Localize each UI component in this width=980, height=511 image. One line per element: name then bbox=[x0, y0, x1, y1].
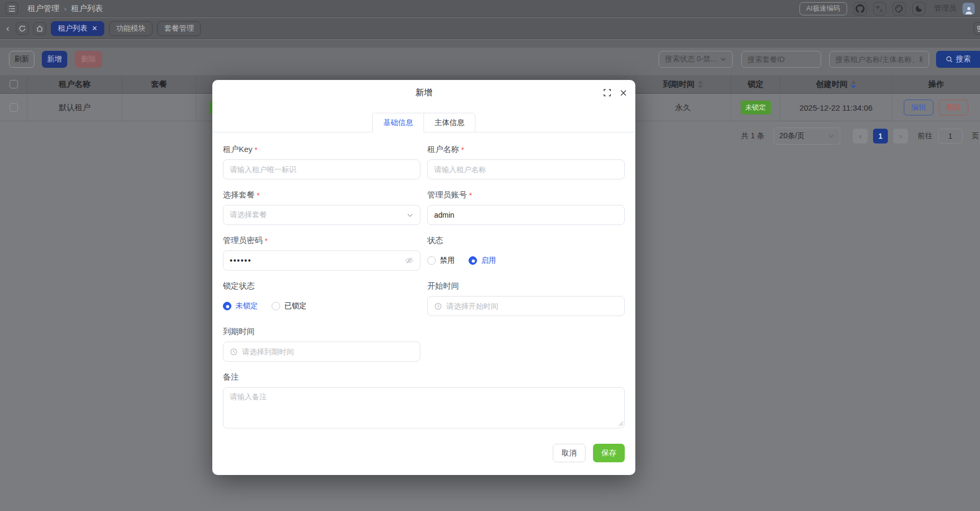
remark-textarea[interactable] bbox=[223, 387, 625, 428]
radio-status-enabled[interactable]: 启用 bbox=[469, 256, 496, 265]
goto-unit: 页 bbox=[972, 131, 979, 141]
top-navbar: 租户管理 › 租户列表 AI极速编码 中A 管理员 bbox=[0, 0, 980, 17]
clock-icon bbox=[230, 348, 238, 356]
expire-time-picker[interactable] bbox=[223, 342, 420, 362]
breadcrumb-section[interactable]: 租户管理 bbox=[28, 4, 59, 14]
header-created-time[interactable]: 创建时间 bbox=[780, 75, 892, 93]
tab-close-icon[interactable]: ✕ bbox=[92, 25, 97, 32]
radio-circle-icon bbox=[223, 302, 231, 310]
modal-body: 租户Key* 租户名称* 选择套餐* 请选择套餐 管理员账号* bbox=[212, 132, 635, 428]
field-tenant-name: 租户名称* bbox=[427, 145, 625, 180]
current-page[interactable]: 1 bbox=[873, 129, 888, 144]
resize-handle-icon[interactable] bbox=[618, 421, 624, 426]
modal-title: 新增 bbox=[416, 87, 433, 98]
row-checkbox[interactable] bbox=[10, 103, 18, 112]
start-time-picker[interactable] bbox=[427, 296, 625, 316]
ai-coding-button[interactable]: AI极速编码 bbox=[799, 2, 847, 15]
radio-unlocked[interactable]: 未锁定 bbox=[223, 301, 258, 311]
sort-icons-active[interactable] bbox=[851, 80, 856, 88]
search-button[interactable]: 搜索 bbox=[936, 51, 980, 68]
tab-package-management[interactable]: 套餐管理 bbox=[157, 21, 201, 36]
header-actions: 操作 bbox=[892, 75, 980, 93]
goto-label: 前往 bbox=[918, 131, 932, 141]
svg-text:A: A bbox=[880, 7, 883, 13]
required-mark: * bbox=[461, 146, 464, 154]
add-button[interactable]: 新增 bbox=[42, 51, 67, 68]
admin-account-input[interactable] bbox=[434, 211, 618, 219]
chevron-down-icon bbox=[720, 56, 726, 62]
radio-status-disabled[interactable]: 禁用 bbox=[427, 256, 455, 265]
header-expire-time[interactable]: 到期时间 bbox=[635, 75, 731, 93]
tab-basic-info[interactable]: 基础信息 bbox=[372, 113, 424, 132]
admin-username[interactable]: 管理员 bbox=[934, 4, 956, 13]
expire-time-input[interactable] bbox=[242, 347, 413, 356]
start-time-input[interactable] bbox=[446, 302, 618, 310]
content-gap bbox=[0, 40, 980, 48]
home-icon[interactable] bbox=[33, 22, 46, 35]
cancel-button[interactable]: 取消 bbox=[553, 444, 586, 462]
header-package[interactable]: 套餐 bbox=[122, 75, 196, 93]
tab-feature-modules[interactable]: 功能模块 bbox=[109, 21, 152, 36]
field-tenant-key: 租户Key* bbox=[223, 145, 420, 180]
select-all-checkbox[interactable] bbox=[10, 80, 18, 88]
field-expire-time: 到期时间 bbox=[223, 327, 420, 362]
theme-palette-icon[interactable] bbox=[893, 2, 906, 15]
github-icon[interactable] bbox=[853, 2, 867, 15]
tab-scroll-left-icon[interactable]: ‹ bbox=[4, 24, 11, 33]
close-icon[interactable] bbox=[618, 88, 628, 97]
tab-tenant-list[interactable]: 租户列表 ✕ bbox=[51, 21, 104, 36]
save-button[interactable]: 保存 bbox=[593, 444, 625, 462]
language-switch-icon[interactable]: 中A bbox=[873, 2, 886, 15]
field-start-time: 开始时间 bbox=[427, 281, 625, 316]
tab-subject-info[interactable]: 主体信息 bbox=[424, 113, 475, 132]
tab-label: 功能模块 bbox=[116, 24, 146, 33]
cell-tenant-name: 默认租户 bbox=[28, 94, 122, 121]
field-lock-status: 锁定状态 未锁定 已锁定 bbox=[223, 281, 420, 316]
admin-password-input[interactable] bbox=[230, 256, 401, 265]
package-select[interactable]: 请选择套餐 bbox=[223, 205, 420, 225]
radio-locked[interactable]: 已锁定 bbox=[272, 301, 307, 311]
tenant-name-input[interactable] bbox=[434, 165, 618, 174]
tab-label: 套餐管理 bbox=[164, 24, 194, 33]
prev-page-button[interactable]: ‹ bbox=[853, 129, 868, 144]
search-tenant-input[interactable] bbox=[835, 55, 923, 64]
required-mark: * bbox=[469, 191, 472, 200]
table-toolbar: 刷新 新增 删除 搜索状态 0-禁... 搜索 bbox=[0, 48, 980, 75]
goto-page-input[interactable] bbox=[938, 129, 963, 144]
eye-off-icon[interactable] bbox=[405, 256, 413, 265]
pagination-total: 共 1 条 bbox=[741, 131, 765, 141]
sort-icons[interactable] bbox=[698, 80, 703, 88]
delete-button[interactable]: 删除 bbox=[75, 51, 102, 68]
radio-circle-icon bbox=[272, 302, 280, 310]
header-lock[interactable]: 锁定 bbox=[731, 75, 780, 93]
collapse-sidebar-icon[interactable] bbox=[5, 2, 18, 15]
chevron-down-icon bbox=[407, 212, 413, 219]
dark-mode-moon-icon[interactable] bbox=[912, 2, 925, 15]
modal-header: 新增 bbox=[212, 80, 635, 105]
lock-status-badge: 未锁定 bbox=[741, 101, 771, 114]
reload-page-icon[interactable] bbox=[16, 22, 29, 35]
fullscreen-icon[interactable] bbox=[603, 88, 612, 97]
refresh-button[interactable]: 刷新 bbox=[9, 51, 34, 68]
row-delete-button[interactable]: 删除 bbox=[939, 100, 968, 115]
row-edit-button[interactable]: 编辑 bbox=[904, 100, 933, 115]
header-tenant-name[interactable]: 租户名称 bbox=[28, 75, 122, 93]
cell-package bbox=[122, 94, 196, 121]
breadcrumb: 租户管理 › 租户列表 bbox=[28, 4, 103, 14]
search-tenant-field bbox=[829, 51, 929, 68]
page-size-select[interactable]: 20条/页 bbox=[774, 128, 840, 145]
next-page-button[interactable]: › bbox=[893, 129, 908, 144]
page-tabbar: ‹ 租户列表 ✕ 功能模块 套餐管理 bbox=[0, 18, 980, 39]
field-remark: 备注 bbox=[223, 372, 625, 428]
search-status-select[interactable]: 搜索状态 0-禁... bbox=[659, 51, 733, 68]
tabbar-layout-icon[interactable] bbox=[974, 22, 980, 35]
tenant-key-input[interactable] bbox=[230, 165, 413, 174]
breadcrumb-page: 租户列表 bbox=[71, 4, 103, 14]
radio-circle-icon bbox=[469, 256, 477, 265]
search-icon bbox=[946, 56, 953, 63]
breadcrumb-separator-icon: › bbox=[64, 5, 66, 13]
search-package-id-input[interactable] bbox=[748, 55, 815, 64]
field-package-select: 选择套餐* 请选择套餐 bbox=[223, 190, 420, 225]
user-avatar[interactable] bbox=[963, 3, 975, 15]
add-tenant-modal: 新增 基础信息 主体信息 租户Key* 租户名称* bbox=[212, 80, 635, 475]
